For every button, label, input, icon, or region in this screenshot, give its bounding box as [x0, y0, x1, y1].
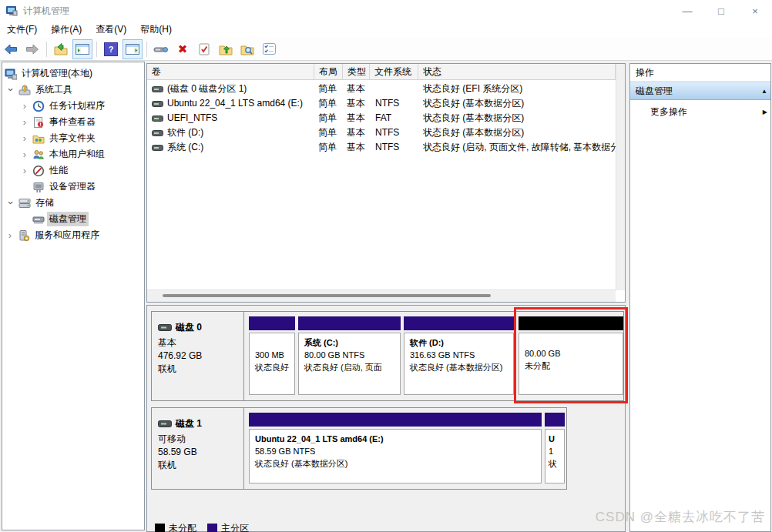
volume-layout: 简单 — [318, 111, 344, 125]
menu-file[interactable]: 文件(F) — [0, 22, 44, 38]
chevron-right-icon[interactable]: › — [19, 100, 30, 112]
properties-button[interactable] — [194, 39, 214, 59]
forward-button[interactable] — [22, 39, 42, 59]
chevron-right-icon[interactable]: › — [19, 132, 30, 144]
chevron-right-icon[interactable]: › — [5, 229, 15, 241]
tree-item-label: 共享文件夹 — [47, 131, 98, 146]
primary-partition-color-swatch — [207, 524, 217, 532]
volume-layout: 简单 — [318, 82, 344, 96]
volume-row[interactable]: Ubuntu 22_04_1 LTS amd64 (E:) 简单 基本 NTFS… — [147, 96, 616, 111]
volume-type: 基本 — [347, 111, 371, 125]
partition-reserved-300mb[interactable]: 300 MB 状态良好 — [249, 316, 295, 395]
chevron-right-icon[interactable]: › — [19, 116, 30, 128]
tree-item-device-manager[interactable]: › 设备管理器 — [2, 179, 144, 195]
partition-color-bar — [298, 316, 401, 330]
tree-item-event-viewer[interactable]: › 事件查看器 — [2, 114, 144, 130]
maximize-button[interactable]: □ — [704, 0, 738, 22]
volume-icon — [152, 145, 163, 151]
partition-size: 300 MB — [255, 349, 294, 361]
tree-item-task-scheduler[interactable]: › 任务计划程序 — [2, 98, 144, 114]
disk-icon — [32, 213, 45, 226]
close-button[interactable]: × — [738, 0, 772, 22]
column-header-status[interactable]: 状态 — [418, 64, 616, 79]
chevron-down-icon[interactable]: › — [5, 198, 17, 209]
partition-status: 状 — [549, 457, 564, 470]
back-button[interactable] — [1, 39, 21, 59]
toolbar-separator — [96, 42, 97, 57]
show-console-tree-icon — [76, 44, 89, 55]
export-button[interactable] — [51, 39, 71, 59]
clock-icon — [32, 100, 45, 112]
more-actions-item[interactable]: 更多操作 ▶ — [630, 104, 770, 120]
delete-button[interactable]: ✖ — [173, 39, 193, 59]
tree-item-disk-management[interactable]: › 磁盘管理 — [2, 211, 144, 227]
checklist-icon — [263, 43, 276, 55]
device-manager-icon — [32, 181, 45, 193]
menu-view[interactable]: 查看(V) — [89, 22, 133, 38]
tree-item-label: 事件查看器 — [47, 115, 98, 129]
disk-1-label[interactable]: 磁盘 1 可移动 58.59 GB 联机 — [152, 408, 244, 489]
chevron-down-icon[interactable]: › — [5, 85, 17, 95]
delete-icon: ✖ — [178, 43, 188, 55]
horizontal-scrollbar[interactable] — [147, 289, 616, 302]
help-button[interactable]: ? — [101, 39, 121, 59]
forward-icon — [25, 44, 39, 55]
vertical-scrollbar[interactable] — [616, 64, 625, 290]
column-header-type[interactable]: 类型 — [343, 64, 370, 79]
chevron-right-icon[interactable]: › — [19, 149, 30, 160]
tree-item-label: 服务和应用程序 — [32, 228, 102, 243]
performance-icon — [32, 165, 45, 177]
tree-item-shared-folders[interactable]: › 共享文件夹 — [2, 130, 144, 146]
tree-item-system-tools[interactable]: › 系统工具 — [2, 82, 144, 98]
tree-item-storage[interactable]: › 存储 — [2, 195, 144, 211]
volume-row[interactable]: 系统 (C:) 简单 基本 NTFS 状态良好 (启动, 页面文件, 故障转储,… — [147, 140, 616, 155]
help-icon: ? — [104, 42, 118, 56]
column-header-fs[interactable]: 文件系统 — [370, 64, 418, 79]
tree-item-local-users[interactable]: › 本地用户和组 — [2, 146, 144, 162]
volume-status: 状态良好 (基本数据分区) — [423, 96, 617, 111]
show-console-tree-button[interactable] — [72, 39, 92, 59]
volume-row[interactable]: UEFI_NTFS 简单 基本 FAT 状态良好 (基本数据分区) — [147, 111, 616, 125]
rescan-disks-button[interactable] — [151, 39, 171, 59]
volume-status: 状态良好 (基本数据分区) — [423, 111, 617, 125]
horizontal-scrollbar-thumb[interactable] — [163, 294, 491, 297]
explore-button[interactable] — [237, 39, 257, 59]
checklist-button[interactable] — [259, 39, 279, 59]
actions-section-disk-management[interactable]: 磁盘管理 ▲ — [630, 82, 770, 100]
volume-row[interactable]: (磁盘 0 磁盘分区 1) 简单 基本 状态良好 (EFI 系统分区) — [147, 82, 616, 96]
minimize-button[interactable]: — — [670, 0, 704, 22]
volume-icon — [152, 101, 163, 107]
tree-item-performance[interactable]: › 性能 — [2, 162, 144, 179]
partition-status: 状态良好 — [255, 361, 294, 373]
partition-system-c[interactable]: 系统 (C:) 80.00 GB NTFS 状态良好 (启动, 页面 — [298, 316, 401, 395]
more-actions-label: 更多操作 — [630, 105, 763, 119]
column-header-volume[interactable]: 卷 — [147, 64, 314, 79]
partition-size: 80.00 GB NTFS — [304, 349, 400, 361]
collapse-up-icon[interactable]: ▲ — [761, 88, 770, 95]
export-folder-icon — [54, 43, 68, 55]
partition-status: 状态良好 (启动, 页面 — [304, 361, 400, 373]
partition-status: 状态良好 (基本数据分区) — [410, 361, 513, 373]
disk-0-label[interactable]: 磁盘 0 基本 476.92 GB 联机 — [152, 312, 244, 400]
partition-ubuntu-e[interactable]: Ubuntu 22_04_1 LTS amd64 (E:) 58.59 GB N… — [249, 413, 542, 483]
show-action-pane-button[interactable] — [123, 39, 143, 59]
partition-unallocated[interactable]: 80.00 GB 未分配 — [519, 316, 623, 395]
menu-help[interactable]: 帮助(H) — [133, 22, 179, 38]
volume-row[interactable]: 软件 (D:) 简单 基本 NTFS 状态良好 (基本数据分区) — [147, 125, 616, 140]
partition-title: 系统 (C:) — [304, 336, 400, 349]
volume-fs: NTFS — [375, 125, 418, 140]
column-header-layout[interactable]: 布局 — [314, 64, 343, 79]
partition-uefi-ntfs[interactable]: U 1 状 — [545, 413, 565, 483]
storage-icon — [18, 197, 31, 209]
menu-action[interactable]: 操作(A) — [44, 22, 89, 38]
partition-software-d[interactable]: 软件 (D:) 316.63 GB NTFS 状态良好 (基本数据分区) — [404, 316, 514, 395]
chevron-right-icon[interactable]: › — [19, 165, 30, 176]
up-folder-button[interactable] — [216, 39, 236, 59]
volume-name: (磁盘 0 磁盘分区 1) — [167, 82, 247, 96]
show-action-pane-icon — [126, 44, 139, 55]
tree-item-label: 磁盘管理 — [47, 212, 89, 226]
tree-item-services[interactable]: › 服务和应用程序 — [2, 227, 144, 243]
actions-section-label: 磁盘管理 — [630, 85, 761, 98]
tree-item-root[interactable]: 计算机管理(本地) — [2, 65, 144, 82]
tree-item-label: 系统工具 — [33, 82, 75, 97]
